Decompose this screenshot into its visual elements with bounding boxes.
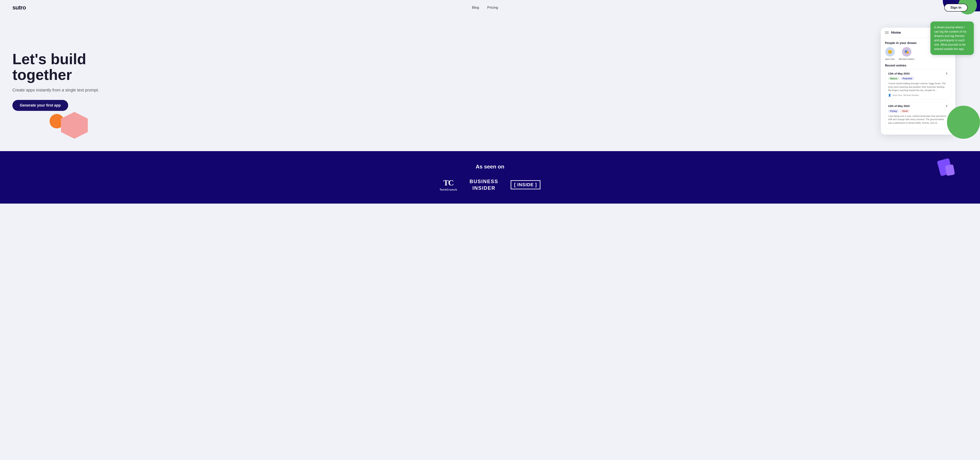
share-icon-1[interactable]: ⬆: [945, 72, 948, 75]
nav-blog[interactable]: Blog: [472, 6, 479, 10]
hero-subtitle: Create apps instantly from a single text…: [13, 88, 99, 92]
nav-pricing[interactable]: Pricing: [487, 6, 498, 10]
ai-tooltip: A dream journal where I can log the cont…: [931, 21, 974, 55]
entry-text-2: I was flying over a vast, colorful lands…: [888, 114, 948, 125]
navbar: sutro Blog Pricing Sign In: [0, 0, 980, 15]
nav-right: Sign In: [944, 4, 967, 11]
tag-vivid: Vivid: [900, 109, 910, 113]
tag-peaceful: Peaceful: [900, 77, 914, 80]
inside-logo: [ INSIDE ]: [511, 180, 540, 189]
hero-title: Let's build together: [13, 51, 99, 82]
techcrunch-logo: TC TechCrunch: [440, 178, 457, 191]
entry-date-2: 12th of May 2024: [888, 105, 910, 108]
inside-label: [ INSIDE ]: [514, 182, 537, 187]
signin-button[interactable]: Sign In: [944, 4, 967, 11]
bi-line1: BUSINESS: [469, 179, 498, 184]
nav-links: Blog Pricing: [472, 6, 498, 10]
entries-section: Recent entries 13th of May 2024 ⬆ Nature…: [881, 63, 955, 135]
person-name-jane: Jane Doe: [885, 58, 895, 60]
tc-label: TechCrunch: [440, 188, 457, 191]
mockup-home-title: Home: [891, 30, 901, 35]
entry-tags-2: Flying Vivid: [888, 109, 948, 113]
purple-card-decoration: [937, 158, 953, 176]
entry-header-2: 12th of May 2024 ⬆: [888, 105, 948, 108]
person-name-michael: Michael Keaton: [899, 58, 915, 60]
as-seen-on-section: As seen on TC TechCrunch BUSINESS INSIDE…: [0, 151, 980, 203]
entry-date-1: 13th of May 2024: [888, 72, 910, 75]
as-seen-title: As seen on: [476, 163, 504, 170]
hero-content: Let's build together Create apps instant…: [13, 51, 99, 111]
ai-tooltip-text: A dream journal where I can log the cont…: [934, 25, 966, 51]
tag-nature: Nature: [888, 77, 899, 80]
logo[interactable]: sutro: [13, 4, 26, 11]
logos-row: TC TechCrunch BUSINESS INSIDER [ INSIDE …: [440, 178, 540, 191]
entry-people-1: 👤 Jane Doe, Michael Keaton: [888, 94, 948, 97]
tag-flying: Flying: [888, 109, 899, 113]
entry-text-1: I found myself walking through a dense, …: [888, 82, 948, 92]
entries-title: Recent entries: [885, 63, 951, 67]
entry-card-1: 13th of May 2024 ⬆ Nature Peaceful I fou…: [885, 69, 951, 99]
generate-app-button[interactable]: Generate your first app: [13, 100, 68, 111]
app-mockup-container: A dream journal where I can log the cont…: [881, 28, 967, 135]
hero-section: Let's build together Create apps instant…: [0, 15, 980, 151]
entry-card-2: 12th of May 2024 ⬆ Flying Vivid I was fl…: [885, 102, 951, 129]
tc-symbol: TC: [443, 178, 453, 187]
person-michael: 🎭 Michael Keaton: [899, 47, 915, 60]
people-icon-1: 👤: [888, 94, 891, 97]
avatar-michael: 🎭: [902, 47, 912, 57]
entry-header-1: 13th of May 2024 ⬆: [888, 72, 948, 75]
bi-line2: INSIDER: [473, 185, 495, 191]
share-icon-2[interactable]: ⬆: [945, 105, 948, 108]
business-insider-logo: BUSINESS INSIDER: [469, 179, 498, 191]
avatar-jane: 😊: [885, 47, 895, 57]
hamburger-icon: [885, 32, 889, 34]
green-circle-decoration: [947, 106, 980, 139]
person-jane: 😊 Jane Doe: [885, 47, 895, 60]
pink-hexagon-decoration: [61, 112, 88, 139]
entry-tags-1: Nature Peaceful: [888, 77, 948, 80]
